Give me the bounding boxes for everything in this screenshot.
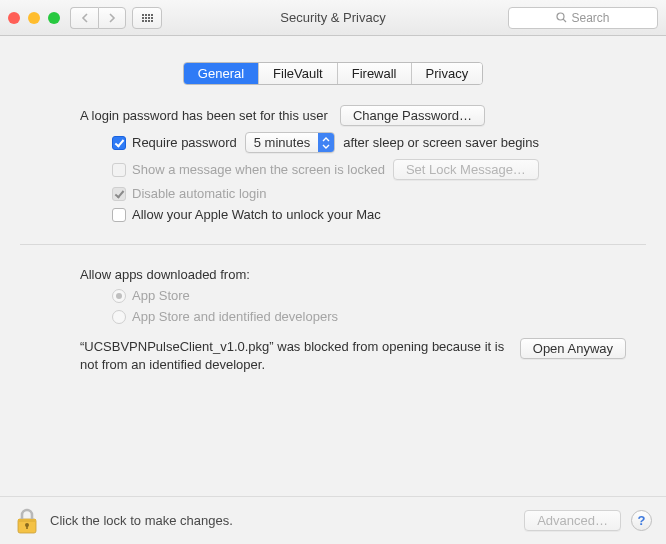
apple-watch-label: Allow your Apple Watch to unlock your Ma… [132, 207, 381, 222]
tab-firewall[interactable]: Firewall [338, 63, 412, 84]
identified-devs-radio [112, 310, 126, 324]
change-password-button[interactable]: Change Password… [340, 105, 485, 126]
appstore-label: App Store [132, 288, 190, 303]
tab-bar: General FileVault Firewall Privacy [183, 62, 483, 85]
zoom-icon[interactable] [48, 12, 60, 24]
divider [20, 244, 646, 245]
window-controls [8, 12, 60, 24]
chevron-updown-icon [318, 133, 334, 152]
appstore-radio [112, 289, 126, 303]
login-password-set-text: A login password has been set for this u… [80, 108, 328, 123]
blocked-app-message: “UCSBVPNPulseClient_v1.0.pkg” was blocke… [80, 338, 506, 373]
password-delay-value: 5 minutes [254, 135, 310, 150]
tab-filevault[interactable]: FileVault [259, 63, 338, 84]
tab-general[interactable]: General [184, 63, 259, 84]
password-delay-select[interactable]: 5 minutes [245, 132, 335, 153]
search-icon [556, 12, 567, 23]
search-placeholder: Search [571, 11, 609, 25]
downloads-heading: Allow apps downloaded from: [80, 267, 250, 282]
search-input[interactable]: Search [508, 7, 658, 29]
after-sleep-label: after sleep or screen saver begins [343, 135, 539, 150]
set-lock-message-button: Set Lock Message… [393, 159, 539, 180]
identified-devs-label: App Store and identified developers [132, 309, 338, 324]
titlebar: Security & Privacy Search [0, 0, 666, 36]
help-button[interactable]: ? [631, 510, 652, 531]
blocked-app-row: “UCSBVPNPulseClient_v1.0.pkg” was blocke… [0, 338, 666, 373]
svg-rect-5 [26, 525, 28, 529]
nav-buttons [70, 7, 126, 29]
close-icon[interactable] [8, 12, 20, 24]
help-icon: ? [638, 513, 646, 528]
lock-icon[interactable] [14, 506, 40, 536]
svg-line-1 [564, 19, 567, 22]
require-password-checkbox[interactable] [112, 136, 126, 150]
advanced-button: Advanced… [524, 510, 621, 531]
back-button[interactable] [70, 7, 98, 29]
general-panel: A login password has been set for this u… [0, 85, 666, 222]
forward-button[interactable] [98, 7, 126, 29]
show-message-label: Show a message when the screen is locked [132, 162, 385, 177]
downloads-section: Allow apps downloaded from: App Store Ap… [0, 267, 666, 324]
open-anyway-button[interactable]: Open Anyway [520, 338, 626, 359]
apple-watch-checkbox[interactable] [112, 208, 126, 222]
show-all-button[interactable] [132, 7, 162, 29]
require-password-label: Require password [132, 135, 237, 150]
content-area: General FileVault Firewall Privacy A log… [0, 36, 666, 496]
minimize-icon[interactable] [28, 12, 40, 24]
footer: Click the lock to make changes. Advanced… [0, 496, 666, 544]
svg-rect-3 [18, 519, 36, 522]
disable-auto-login-checkbox [112, 187, 126, 201]
tab-privacy[interactable]: Privacy [412, 63, 483, 84]
disable-auto-login-label: Disable automatic login [132, 186, 266, 201]
grid-icon [142, 14, 153, 22]
svg-point-0 [557, 13, 564, 20]
lock-hint-text: Click the lock to make changes. [50, 513, 233, 528]
show-message-checkbox [112, 163, 126, 177]
